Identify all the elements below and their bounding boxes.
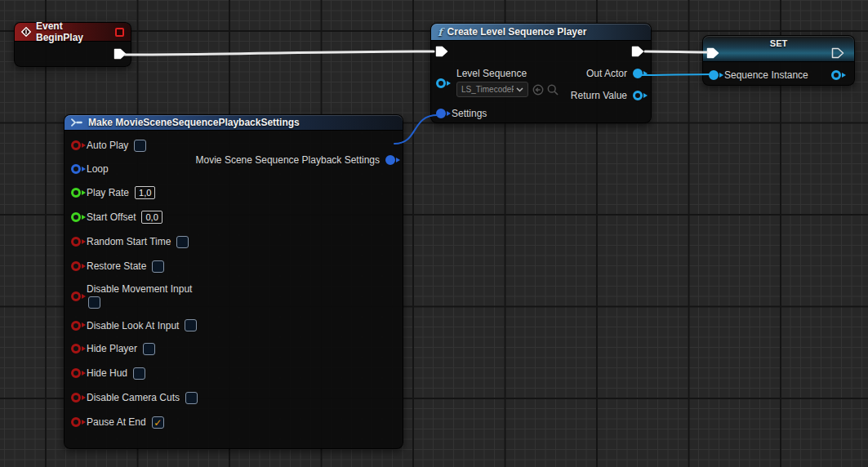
disable-look-at-input-checkbox[interactable]	[185, 319, 197, 331]
random-start-time-checkbox[interactable]	[176, 236, 189, 248]
sequence-instance-out-pin[interactable]	[831, 70, 841, 80]
restore-state-pin[interactable]	[71, 261, 81, 271]
sequence-instance-label: Sequence Instance	[724, 70, 808, 80]
pause-at-end-checkbox[interactable]	[152, 416, 164, 429]
start-offset-label: Start Offset	[87, 212, 136, 222]
hide-hud-checkbox[interactable]	[133, 367, 145, 380]
exec-in-pin[interactable]	[706, 47, 719, 59]
input-row-disable-look-at-input: Disable Look At Input	[65, 314, 403, 336]
disable-movement-input-label: Disable Movement Input	[87, 284, 192, 294]
restore-state-checkbox[interactable]	[152, 260, 164, 273]
browse-asset-icon[interactable]	[547, 84, 559, 96]
auto-play-pin[interactable]	[71, 140, 81, 150]
random-start-time-label: Random Start Time	[87, 237, 171, 247]
hide-player-pin[interactable]	[71, 344, 81, 354]
chevron-down-icon	[516, 87, 523, 92]
wire-exec-beginplay-to-create[interactable]	[125, 51, 434, 55]
out-actor-pin[interactable]	[633, 69, 643, 78]
play-rate-label: Play Rate	[87, 188, 129, 198]
make-settings-header[interactable]: Make MovieSceneSequencePlaybackSettings	[65, 115, 403, 131]
input-row-hide-player: Hide Player	[65, 336, 403, 361]
start-offset-pin[interactable]	[71, 212, 81, 222]
settings-row: Settings	[436, 109, 487, 118]
input-row-play-rate: Play Rate 1,0	[65, 180, 403, 205]
hide-player-label: Hide Player	[87, 344, 137, 354]
start-offset-input[interactable]: 0,0	[141, 211, 162, 224]
node-set-sequence-instance[interactable]: SET Sequence Instance	[702, 35, 855, 86]
level-sequence-asset-dropdown[interactable]: LS_TimecodePr	[456, 82, 528, 97]
use-selected-asset-icon[interactable]	[532, 84, 544, 96]
make-output-row: Movie Scene Sequence Playback Settings	[196, 155, 398, 165]
pause-at-end-pin[interactable]	[71, 417, 81, 427]
function-icon: f	[438, 27, 443, 38]
input-row-restore-state: Restore State	[65, 254, 403, 278]
level-sequence-asset-value: LS_TimecodePr	[461, 85, 514, 94]
input-row-disable-camera-cuts: Disable Camera Cuts	[65, 385, 403, 410]
loop-label: Loop	[87, 164, 109, 174]
hide-player-checkbox[interactable]	[143, 343, 155, 355]
node-make-playback-settings[interactable]: Make MovieSceneSequencePlaybackSettings …	[64, 114, 403, 449]
create-player-header[interactable]: f Create Level Sequence Player	[431, 24, 651, 41]
disable-camera-cuts-checkbox[interactable]	[185, 392, 198, 404]
node-title: Event BeginPlay	[36, 20, 110, 43]
node-title: Create Level Sequence Player	[447, 26, 587, 38]
return-value-row: Return Value	[571, 91, 646, 100]
node-title: SET	[703, 36, 854, 48]
disable-movement-input-pin[interactable]	[71, 291, 81, 301]
wire-exec-create-to-set[interactable]	[645, 51, 707, 52]
return-value-label: Return Value	[571, 91, 627, 100]
node-event-beginplay[interactable]: Event BeginPlay	[14, 22, 131, 67]
play-rate-input[interactable]: 1,0	[135, 186, 155, 199]
loop-pin[interactable]	[71, 164, 81, 174]
input-row-hide-hud: Hide Hud	[65, 361, 403, 385]
set-header[interactable]: SET	[703, 36, 854, 62]
out-actor-label: Out Actor	[586, 69, 627, 78]
make-struct-icon	[71, 118, 83, 127]
make-output-pin[interactable]	[385, 155, 395, 165]
node-create-level-sequence-player[interactable]: f Create Level Sequence Player Level Seq…	[430, 23, 652, 123]
restore-state-label: Restore State	[87, 261, 146, 271]
hide-hud-pin[interactable]	[71, 368, 81, 378]
exec-out-pin[interactable]	[114, 48, 127, 60]
node-title: Make MovieSceneSequencePlaybackSettings	[88, 117, 300, 128]
make-output-label: Movie Scene Sequence Playback Settings	[196, 155, 380, 165]
sequence-instance-row: Sequence Instance	[709, 70, 808, 80]
play-rate-pin[interactable]	[71, 188, 81, 198]
event-beginplay-header[interactable]: Event BeginPlay	[15, 23, 131, 42]
input-row-pause-at-end: Pause At End	[65, 410, 403, 434]
blueprint-canvas[interactable]: Event BeginPlay f Create Level Sequence …	[0, 0, 868, 467]
level-sequence-label: Level Sequence	[456, 69, 527, 78]
disable-camera-cuts-pin[interactable]	[71, 393, 81, 403]
input-row-random-start-time: Random Start Time	[65, 229, 403, 254]
hide-hud-label: Hide Hud	[87, 368, 127, 378]
settings-label: Settings	[452, 109, 487, 118]
disable-camera-cuts-label: Disable Camera Cuts	[87, 393, 180, 403]
auto-play-label: Auto Play	[87, 140, 128, 150]
disable-look-at-input-label: Disable Look At Input	[87, 321, 179, 331]
disable-look-at-input-pin[interactable]	[71, 321, 81, 331]
sequence-instance-in-pin[interactable]	[709, 70, 719, 80]
event-override-icon	[115, 28, 124, 37]
auto-play-checkbox[interactable]	[134, 140, 146, 152]
exec-out-pin[interactable]	[831, 47, 844, 59]
settings-pin[interactable]	[436, 109, 446, 118]
return-value-pin[interactable]	[633, 91, 643, 100]
input-row-disable-movement-input: Disable Movement Input	[65, 278, 403, 314]
input-row-start-offset: Start Offset 0,0	[65, 205, 403, 229]
level-sequence-pin[interactable]	[436, 78, 446, 88]
pause-at-end-label: Pause At End	[87, 417, 146, 427]
out-actor-row: Out Actor	[586, 69, 646, 78]
disable-movement-input-checkbox[interactable]	[88, 296, 100, 309]
exec-out-pin[interactable]	[631, 46, 644, 57]
event-diamond-icon	[21, 27, 31, 37]
exec-in-pin[interactable]	[435, 46, 448, 57]
random-start-time-pin[interactable]	[71, 237, 81, 247]
